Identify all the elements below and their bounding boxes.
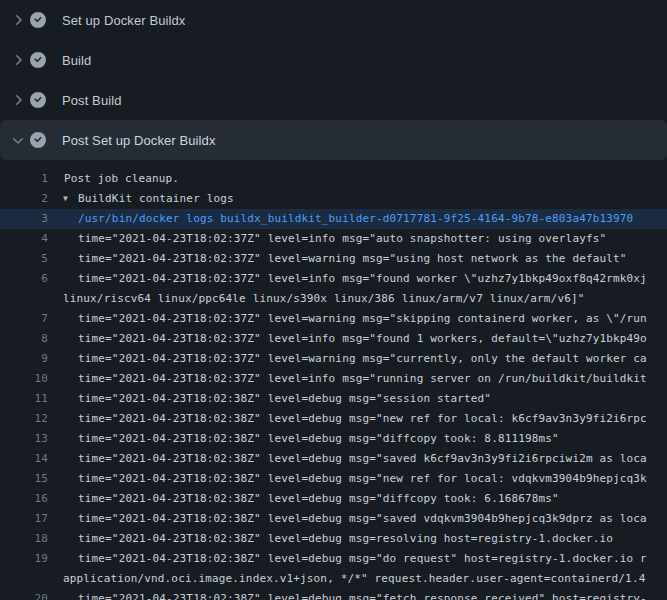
log-line-text: time="2021-04-23T18:02:38Z" level=debug …: [78, 469, 647, 489]
log-line-text: time="2021-04-23T18:02:37Z" level=info m…: [78, 329, 647, 349]
line-number[interactable]: 5: [0, 249, 48, 269]
log-line: 13 time="2021-04-23T18:02:38Z" level=deb…: [0, 429, 667, 449]
line-number[interactable]: 17: [0, 509, 48, 529]
log-line: 12 time="2021-04-23T18:02:38Z" level=deb…: [0, 409, 667, 429]
line-number[interactable]: 20: [0, 589, 48, 600]
line-number[interactable]: 19: [0, 549, 48, 569]
log-line-text: time="2021-04-23T18:02:37Z" level=warnin…: [78, 309, 647, 329]
line-number[interactable]: 7: [0, 309, 48, 329]
log-line: 17 time="2021-04-23T18:02:38Z" level=deb…: [0, 509, 667, 529]
step-section-header[interactable]: Build: [0, 40, 667, 80]
log-line: 10 time="2021-04-23T18:02:37Z" level=inf…: [0, 369, 667, 389]
log-output: 1 Post job cleanup. 2 ▼ BuildKit contain…: [0, 169, 667, 600]
step-section-label: Post Build: [62, 93, 122, 108]
chevron-down-icon[interactable]: [10, 132, 26, 148]
step-section-label: Set up Docker Buildx: [62, 13, 185, 28]
log-line: 19 time="2021-04-23T18:02:38Z" level=deb…: [0, 549, 667, 569]
step-section-label: Post Set up Docker Buildx: [62, 133, 216, 148]
step-section-header[interactable]: Post Set up Docker Buildx: [0, 120, 667, 160]
log-line: 3 /usr/bin/docker logs buildx_buildkit_b…: [0, 209, 667, 229]
check-circle-icon: [30, 132, 46, 148]
log-line-text: time="2021-04-23T18:02:38Z" level=debug …: [78, 549, 647, 569]
log-line-text: time="2021-04-23T18:02:38Z" level=debug …: [78, 529, 613, 549]
workflow-logs-panel: Set up Docker Buildx Build P: [0, 0, 667, 600]
log-line-text: linux/riscv64 linux/ppc64le linux/s390x …: [63, 289, 585, 309]
log-line-text: time="2021-04-23T18:02:38Z" level=debug …: [78, 589, 647, 600]
log-line: 5 time="2021-04-23T18:02:37Z" level=warn…: [0, 249, 667, 269]
check-circle-icon: [30, 12, 46, 28]
line-number[interactable]: 13: [0, 429, 48, 449]
log-line: 9 time="2021-04-23T18:02:37Z" level=warn…: [0, 349, 667, 369]
log-line: 8 time="2021-04-23T18:02:37Z" level=info…: [0, 329, 667, 349]
log-line-text: time="2021-04-23T18:02:38Z" level=debug …: [78, 449, 647, 469]
line-number[interactable]: 2: [0, 189, 48, 209]
log-line-text: /usr/bin/docker logs buildx_buildkit_bui…: [78, 209, 633, 229]
log-line: 7 time="2021-04-23T18:02:37Z" level=warn…: [0, 309, 667, 329]
line-number[interactable]: 9: [0, 349, 48, 369]
log-line-text: time="2021-04-23T18:02:38Z" level=debug …: [78, 509, 647, 529]
log-line: 14 time="2021-04-23T18:02:38Z" level=deb…: [0, 449, 667, 469]
log-line: 11 time="2021-04-23T18:02:38Z" level=deb…: [0, 389, 667, 409]
log-line-text: BuildKit container logs: [78, 189, 234, 209]
log-line: 2 ▼ BuildKit container logs: [0, 189, 667, 209]
line-number[interactable]: 10: [0, 369, 48, 389]
log-line: linux/riscv64 linux/ppc64le linux/s390x …: [0, 289, 667, 309]
chevron-right-icon[interactable]: [10, 12, 26, 28]
log-line-text: time="2021-04-23T18:02:37Z" level=info m…: [78, 269, 647, 289]
line-number[interactable]: 15: [0, 469, 48, 489]
group-toggle-icon[interactable]: ▼: [63, 189, 68, 209]
check-circle-icon: [30, 92, 46, 108]
log-line-text: time="2021-04-23T18:02:38Z" level=debug …: [78, 389, 491, 409]
chevron-right-icon[interactable]: [10, 92, 26, 108]
check-circle-icon: [30, 52, 46, 68]
log-line: 6 time="2021-04-23T18:02:37Z" level=info…: [0, 269, 667, 289]
log-line-text: application/vnd.oci.image.index.v1+json,…: [63, 569, 645, 589]
step-section-header[interactable]: Set up Docker Buildx: [0, 0, 667, 40]
line-number[interactable]: 8: [0, 329, 48, 349]
log-line-text: time="2021-04-23T18:02:37Z" level=warnin…: [78, 349, 647, 369]
log-line: 15 time="2021-04-23T18:02:38Z" level=deb…: [0, 469, 667, 489]
step-section-header[interactable]: Post Build: [0, 80, 667, 120]
line-number[interactable]: 18: [0, 529, 48, 549]
line-number[interactable]: 12: [0, 409, 48, 429]
log-line: application/vnd.oci.image.index.v1+json,…: [0, 569, 667, 589]
log-line: 18 time="2021-04-23T18:02:38Z" level=deb…: [0, 529, 667, 549]
log-line-text: time="2021-04-23T18:02:37Z" level=warnin…: [78, 249, 627, 269]
line-number[interactable]: 6: [0, 269, 48, 289]
log-line: 4 time="2021-04-23T18:02:37Z" level=info…: [0, 229, 667, 249]
log-line-text: time="2021-04-23T18:02:37Z" level=info m…: [78, 229, 606, 249]
log-line: 16 time="2021-04-23T18:02:38Z" level=deb…: [0, 489, 667, 509]
log-line-text: time="2021-04-23T18:02:38Z" level=debug …: [78, 489, 559, 509]
log-line-text: time="2021-04-23T18:02:37Z" level=info m…: [78, 369, 647, 389]
log-line-text: time="2021-04-23T18:02:38Z" level=debug …: [78, 429, 559, 449]
log-line-text: Post job cleanup.: [64, 169, 179, 189]
line-number[interactable]: 11: [0, 389, 48, 409]
line-number[interactable]: 1: [0, 169, 48, 189]
log-line: 20 time="2021-04-23T18:02:38Z" level=deb…: [0, 589, 667, 600]
line-number[interactable]: 16: [0, 489, 48, 509]
step-section-list: Set up Docker Buildx Build P: [0, 0, 667, 160]
chevron-right-icon[interactable]: [10, 52, 26, 68]
line-number[interactable]: 14: [0, 449, 48, 469]
step-section-label: Build: [62, 53, 91, 68]
line-number[interactable]: 3: [0, 209, 48, 229]
line-number[interactable]: 4: [0, 229, 48, 249]
log-line: 1 Post job cleanup.: [0, 169, 667, 189]
log-line-text: time="2021-04-23T18:02:38Z" level=debug …: [78, 409, 647, 429]
